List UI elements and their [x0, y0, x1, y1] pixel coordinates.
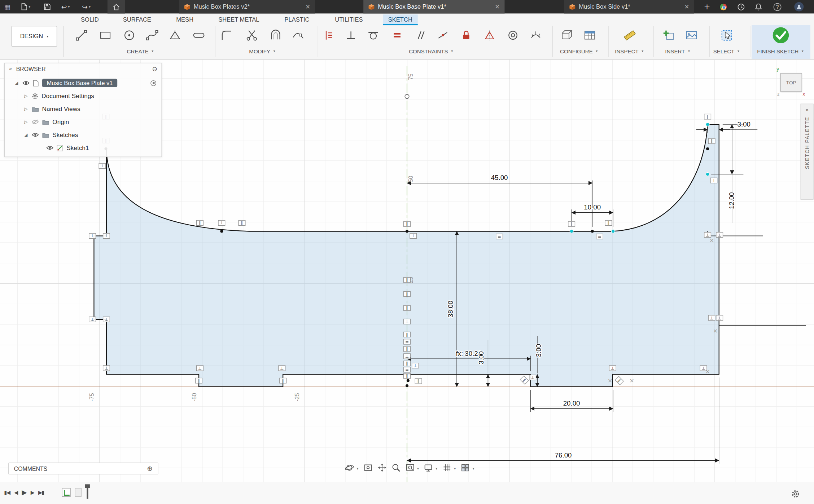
- dimension-20[interactable]: 20.00: [563, 399, 580, 407]
- constraint-badge-icon[interactable]: ⊥: [99, 163, 106, 168]
- viewports-button[interactable]: [460, 463, 470, 474]
- symmetry-constraint-button[interactable]: [483, 29, 496, 44]
- dimension-45[interactable]: 45.00: [491, 174, 508, 181]
- timeline-play-button[interactable]: ▶: [22, 488, 26, 496]
- constraint-badge-icon[interactable]: ⊥: [197, 366, 204, 371]
- constraint-badge-icon[interactable]: ∥: [404, 291, 411, 296]
- undo-button[interactable]: ↩ ▾: [61, 0, 70, 13]
- caret-down-icon[interactable]: ▾: [417, 467, 419, 471]
- trim-button[interactable]: [245, 28, 258, 44]
- constraint-badge-icon[interactable]: ∥: [404, 332, 411, 337]
- sketch-circle-button[interactable]: [123, 28, 136, 44]
- insert-geometry-button[interactable]: [662, 28, 675, 44]
- browser-row-sketches[interactable]: ◢ Sketches: [5, 129, 162, 141]
- expand-arrow-icon[interactable]: ◢: [14, 81, 19, 85]
- horizontal-vertical-constraint-button[interactable]: [322, 29, 334, 44]
- constraint-badge-icon[interactable]: ∥: [404, 277, 411, 282]
- sketch-mark-icon[interactable]: ×: [629, 377, 634, 384]
- constraint-badge-icon[interactable]: ⊥: [103, 366, 110, 371]
- midpoint-constraint-button[interactable]: [437, 29, 449, 44]
- new-document-tab-button[interactable]: +: [701, 0, 713, 13]
- sketch-rectangle-button[interactable]: [99, 28, 112, 44]
- finish-sketch-button[interactable]: [771, 26, 790, 47]
- browser-item-label[interactable]: Sketches: [52, 131, 78, 138]
- browser-row-sketch1[interactable]: Sketch1: [5, 142, 162, 154]
- group-constraints[interactable]: CONSTRAINTS▾: [409, 48, 453, 54]
- constraint-badge-icon[interactable]: ∥: [280, 378, 286, 383]
- constraint-badge-icon[interactable]: ⊥: [716, 232, 723, 237]
- group-select[interactable]: SELECT▾: [713, 48, 739, 54]
- group-modify[interactable]: MODIFY▾: [249, 48, 275, 54]
- caret-down-icon[interactable]: ▾: [436, 467, 437, 471]
- select-tool-button[interactable]: [720, 28, 734, 44]
- sketch-palette-tab[interactable]: « SKETCH PALETTE: [801, 104, 814, 200]
- offset-button[interactable]: [269, 28, 282, 44]
- constraint-badge-icon[interactable]: ⊥: [279, 366, 285, 371]
- constraint-badge-icon[interactable]: ∥: [238, 220, 245, 225]
- dimension-76[interactable]: 76.00: [555, 451, 572, 459]
- constraint-badge-icon[interactable]: ∥: [196, 378, 202, 383]
- timeline-step-back-button[interactable]: ◀: [14, 489, 18, 495]
- add-comment-icon[interactable]: ⊕: [147, 465, 153, 473]
- sketch-slot-button[interactable]: [192, 28, 205, 44]
- sketch-spline-button[interactable]: [145, 28, 159, 44]
- zoom-button[interactable]: [391, 463, 401, 474]
- help-button[interactable]: ?: [774, 0, 782, 13]
- fit-button[interactable]: [405, 463, 415, 474]
- break-button[interactable]: [291, 28, 305, 44]
- expand-arrow-icon[interactable]: ▷: [23, 94, 29, 98]
- job-status-button[interactable]: [737, 0, 745, 13]
- constraint-badge-icon[interactable]: ⊥: [710, 178, 717, 183]
- activate-component-radio[interactable]: [150, 80, 156, 86]
- constraint-badge-icon[interactable]: ∥: [404, 346, 411, 352]
- timeline-sketch-feature[interactable]: [62, 488, 70, 496]
- save-button[interactable]: [44, 0, 51, 13]
- tab-surface[interactable]: SURFACE: [118, 14, 156, 25]
- fix-constraint-button[interactable]: [460, 29, 473, 44]
- comments-bar[interactable]: COMMENTS ⊕: [8, 463, 158, 474]
- equal-constraint-button[interactable]: [391, 29, 403, 44]
- close-tab-icon[interactable]: ×: [684, 3, 689, 10]
- configuration-table-button[interactable]: [583, 28, 596, 44]
- tab-sketch[interactable]: SKETCH: [383, 14, 417, 25]
- perpendicular-constraint-button[interactable]: [345, 29, 357, 44]
- visibility-off-eye-icon[interactable]: [32, 119, 39, 124]
- expand-arrow-icon[interactable]: ▷: [23, 107, 29, 111]
- caret-down-icon[interactable]: ▾: [472, 467, 474, 471]
- dimension-10[interactable]: 10.00: [584, 203, 601, 211]
- constraint-badge-icon[interactable]: ⊥: [89, 317, 96, 322]
- home-button[interactable]: [108, 0, 125, 13]
- constraint-badge-icon[interactable]: =: [404, 339, 411, 344]
- browser-item-label[interactable]: Origin: [52, 118, 69, 125]
- constraint-badge-icon[interactable]: ≡: [596, 234, 603, 239]
- browser-display-toggle-icon[interactable]: ⊖: [152, 65, 157, 72]
- browser-item-label[interactable]: Sketch1: [66, 144, 89, 151]
- browser-item-label[interactable]: Named Views: [42, 105, 80, 112]
- dimension-3-wall[interactable]: 3.00: [738, 120, 750, 128]
- constraint-badge-icon[interactable]: ⊥: [404, 354, 411, 359]
- sketch-mark-icon[interactable]: ×: [608, 377, 612, 384]
- constraint-badge-icon[interactable]: ∥: [404, 305, 411, 310]
- constraint-badge-icon[interactable]: ≡: [496, 234, 503, 239]
- document-tab[interactable]: Music Box Side v1* ×: [564, 0, 694, 13]
- browser-row-root[interactable]: ◢ Music Box Base Plate v1: [5, 77, 162, 89]
- look-at-button[interactable]: [363, 463, 372, 474]
- fillet-button[interactable]: [220, 28, 233, 44]
- grid-settings-button[interactable]: [442, 463, 451, 474]
- browser-row-origin[interactable]: ▷ Origin: [5, 116, 162, 128]
- constraint-badge-icon[interactable]: ⊥: [708, 315, 715, 320]
- configure-button[interactable]: [560, 28, 573, 44]
- sketch-inner-lines[interactable]: [708, 231, 806, 326]
- document-tab-active[interactable]: Music Box Base Plate v1* ×: [363, 0, 504, 13]
- curvature-constraint-button[interactable]: [530, 29, 542, 44]
- concentric-constraint-button[interactable]: [507, 29, 519, 44]
- insert-image-button[interactable]: [685, 28, 698, 44]
- expand-palette-icon[interactable]: «: [805, 107, 809, 112]
- group-create[interactable]: CREATE▾: [127, 48, 154, 54]
- sketch-line-button[interactable]: [75, 28, 88, 44]
- design-workspace-selector[interactable]: DESIGN ▾: [12, 26, 57, 47]
- measure-button[interactable]: [623, 28, 636, 44]
- constraint-badge-icon[interactable]: ⊥: [609, 366, 616, 371]
- group-finish-sketch[interactable]: FINISH SKETCH▾: [757, 48, 804, 54]
- constraint-badge-icon[interactable]: =: [404, 367, 411, 372]
